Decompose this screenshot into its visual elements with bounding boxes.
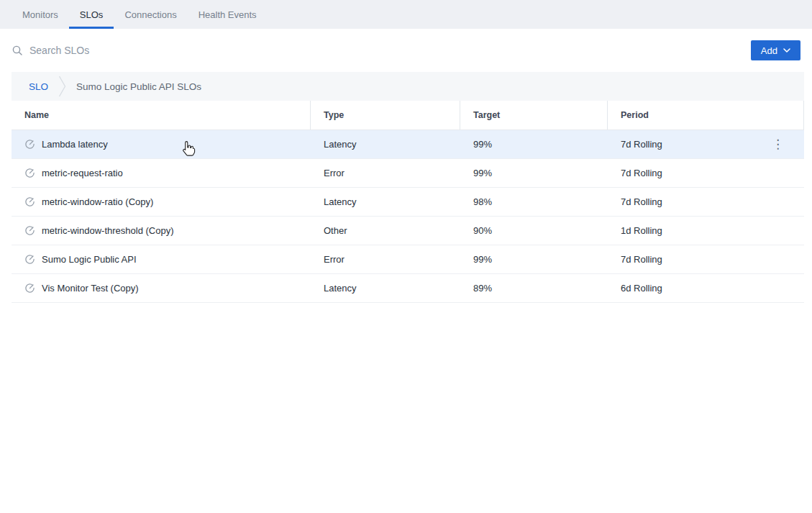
search-icon	[12, 45, 23, 56]
slo-period: 1d Rolling	[608, 225, 761, 236]
slo-target: 99%	[460, 168, 608, 178]
slo-name: Sumo Logic Public API	[42, 254, 137, 265]
chevron-down-icon	[783, 48, 790, 53]
slo-content: SLO Sumo Logic Public API SLOs Name Type…	[12, 72, 804, 303]
slo-period: 7d Rolling	[608, 168, 761, 178]
search-box[interactable]	[12, 45, 751, 56]
slo-gauge-icon	[24, 168, 35, 178]
slo-period: 7d Rolling	[608, 196, 761, 207]
slo-type: Latency	[311, 283, 460, 294]
slo-period: 7d Rolling	[608, 139, 761, 150]
slo-target: 98%	[460, 196, 608, 207]
search-input[interactable]	[29, 45, 751, 56]
tab-label: Connections	[124, 9, 176, 20]
tab-label: Health Events	[199, 9, 257, 20]
slo-period: 7d Rolling	[608, 254, 761, 265]
slo-type: Error	[311, 168, 460, 178]
slo-gauge-icon	[24, 283, 35, 294]
add-button-label: Add	[761, 45, 777, 56]
slo-name-cell: metric-request-ratio	[12, 168, 311, 178]
column-header-actions	[760, 101, 803, 130]
table-header: Name Type Target Period	[12, 101, 804, 130]
tab-label: SLOs	[80, 9, 104, 20]
breadcrumb: SLO Sumo Logic Public API SLOs	[12, 72, 804, 101]
slo-name: Lambda latency	[42, 139, 108, 150]
column-header-target: Target	[460, 101, 608, 130]
slo-name: metric-window-threshold (Copy)	[42, 225, 174, 236]
slo-table: Name Type Target Period Lambda latency L…	[12, 101, 804, 303]
kebab-menu-icon[interactable]: ⋮	[772, 138, 784, 150]
table-row[interactable]: metric-window-threshold (Copy) Other 90%…	[12, 217, 804, 245]
row-actions-cell: ⋮	[761, 196, 804, 208]
table-row[interactable]: metric-request-ratio Error 99% 7d Rollin…	[12, 159, 804, 188]
slo-target: 90%	[460, 225, 608, 236]
slo-type: Error	[311, 254, 460, 265]
slo-gauge-icon	[24, 225, 35, 236]
slo-name-cell: Lambda latency	[12, 139, 311, 150]
slo-name: Vis Monitor Test (Copy)	[42, 283, 139, 294]
row-actions-cell: ⋮	[761, 253, 804, 265]
slo-target: 99%	[460, 254, 608, 265]
row-actions-cell: ⋮	[761, 224, 804, 237]
row-actions-cell: ⋮	[761, 167, 804, 179]
add-button[interactable]: Add	[751, 40, 800, 60]
breadcrumb-current: Sumo Logic Public API SLOs	[76, 81, 201, 92]
column-header-period: Period	[608, 101, 760, 130]
table-row[interactable]: metric-window-ratio (Copy) Latency 98% 7…	[12, 188, 804, 217]
column-header-type: Type	[311, 101, 460, 130]
breadcrumb-root-link[interactable]: SLO	[29, 81, 48, 92]
column-header-name: Name	[12, 101, 311, 130]
row-actions-cell: ⋮	[761, 282, 804, 294]
breadcrumb-separator-icon	[58, 75, 66, 98]
slo-period: 6d Rolling	[608, 283, 761, 294]
slo-name-cell: metric-window-threshold (Copy)	[12, 225, 311, 236]
slo-app: Monitors SLOs Connections Health Events …	[0, 0, 812, 303]
tab-slos[interactable]: SLOs	[69, 0, 114, 29]
tab-connections[interactable]: Connections	[114, 0, 187, 29]
slo-type: Latency	[311, 196, 460, 207]
slo-name-cell: metric-window-ratio (Copy)	[12, 196, 311, 207]
slo-gauge-icon	[24, 254, 35, 265]
slo-name: metric-request-ratio	[42, 168, 123, 178]
search-toolbar: Add	[0, 29, 812, 72]
slo-gauge-icon	[24, 196, 35, 207]
slo-name-cell: Sumo Logic Public API	[12, 254, 311, 265]
slo-name-cell: Vis Monitor Test (Copy)	[12, 283, 311, 294]
slo-gauge-icon	[24, 139, 35, 150]
tab-label: Monitors	[22, 9, 58, 20]
table-body: Lambda latency Latency 99% 7d Rolling ⋮ …	[12, 130, 804, 303]
top-tab-bar: Monitors SLOs Connections Health Events	[0, 0, 812, 29]
tab-health-events[interactable]: Health Events	[188, 0, 268, 29]
table-row[interactable]: Sumo Logic Public API Error 99% 7d Rolli…	[12, 245, 804, 274]
slo-target: 99%	[460, 139, 608, 150]
tab-monitors[interactable]: Monitors	[12, 0, 69, 29]
slo-type: Latency	[311, 139, 460, 150]
slo-name: metric-window-ratio (Copy)	[42, 196, 153, 207]
slo-target: 89%	[460, 283, 608, 294]
table-row[interactable]: Lambda latency Latency 99% 7d Rolling ⋮	[12, 130, 804, 159]
table-row[interactable]: Vis Monitor Test (Copy) Latency 89% 6d R…	[12, 274, 804, 303]
row-actions-cell: ⋮	[761, 138, 804, 150]
slo-type: Other	[311, 225, 460, 236]
